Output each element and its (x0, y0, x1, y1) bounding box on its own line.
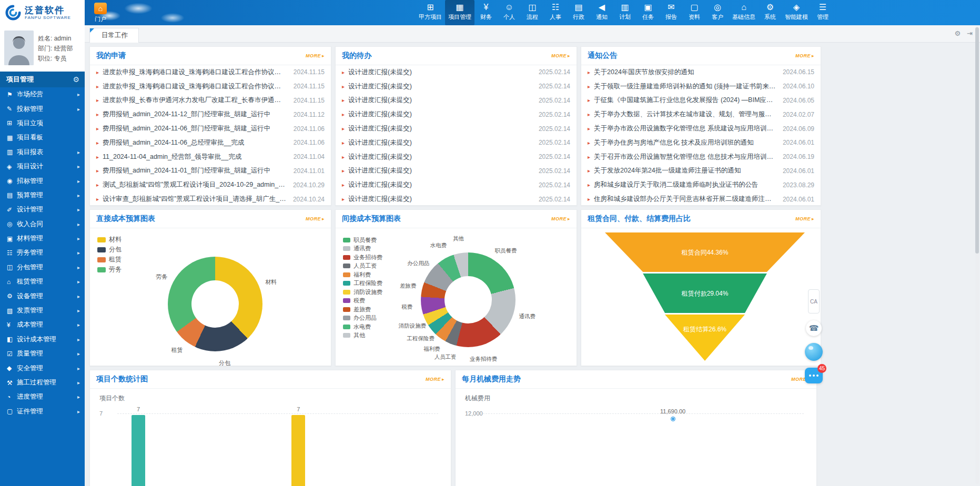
sidebar-item[interactable]: ⊞ 项目立项 ▸ (0, 116, 85, 130)
settings-icon[interactable]: ⚙ (954, 29, 961, 37)
service-button[interactable] (805, 343, 823, 361)
sidebar-item[interactable]: ◉ 招标管理 ▸ (0, 174, 85, 188)
legend-item[interactable]: 办公用品 (343, 314, 382, 323)
sidebar-item[interactable]: ◈ 项目设计 ▸ (0, 159, 85, 174)
bar[interactable] (132, 415, 145, 486)
list-item[interactable]: ▸ 费用报销_admin_2024-11-06_部门经理审批_胡建_运行中 20… (90, 122, 331, 136)
list-item[interactable]: ▸ 测试_彭祖新城“四馆”景观工程设计项目_2024-10-29_admin_结… (90, 178, 331, 192)
bar[interactable] (291, 415, 305, 486)
list-item[interactable]: ▸ 关于举办住房与房地产信息化 技术及应用培训班的通知 2024.06.01 (581, 136, 821, 150)
phone-service-button[interactable]: ☎ (806, 320, 822, 336)
legend-item[interactable]: 税费 (343, 297, 382, 306)
tab-daily-work[interactable]: 日常工作 (89, 28, 139, 43)
sidebar-item[interactable]: ⚒ 施工过程管理 ▸ (0, 376, 85, 390)
funnel-segment[interactable]: 租赁付款29.04% (605, 274, 805, 313)
top-nav-item[interactable]: ▦ 项目管理 (445, 0, 474, 25)
top-nav-item[interactable]: ⚙ 系统 (759, 0, 782, 25)
list-item[interactable]: ▸ 设计进度汇报(未提交) 2025.02.14 (336, 107, 577, 122)
list-item[interactable]: ▸ 关于召开市政公用设施智慧化管理信息 信息技术与应用培训班的通知 2024.0… (581, 150, 821, 164)
list-item[interactable]: ▸ 设计进度汇报(未提交) 2025.02.14 (336, 122, 577, 136)
bar-column[interactable]: 7 (288, 406, 309, 486)
gear-icon[interactable]: ⚙ (73, 75, 79, 84)
top-nav-item[interactable]: ☷ 人事 (544, 0, 567, 25)
sidebar-item[interactable]: ◎ 收入合同 ▸ (0, 217, 85, 231)
legend-item[interactable]: 人员工资 (343, 262, 382, 271)
legend-item[interactable]: 业务招待费 (343, 253, 382, 262)
list-item[interactable]: ▸ 设计进度汇报(未提交) 2025.02.14 (336, 150, 577, 164)
sidebar-item[interactable]: ▦ 项目看板 ▸ (0, 130, 85, 145)
top-nav-item[interactable]: ▥ 计划 (613, 0, 637, 25)
sidebar-item[interactable]: ◆ 安全管理 ▸ (0, 361, 85, 375)
top-nav-item[interactable]: ▢ 资料 (683, 0, 706, 25)
list-item[interactable]: ▸ 进度款申报_珠海鹤港口建设_珠海鹤港口建设工程合作协议书_admin_...… (90, 65, 331, 79)
more-link[interactable]: MORE▸ (306, 216, 325, 221)
list-item[interactable]: ▸ 设计审查_彭祖新城“四馆”景观工程设计项目_请选择_胡广生_2024-10-… (90, 192, 331, 205)
scrollbar-thumb[interactable] (975, 27, 979, 254)
sidebar-item[interactable]: ⚑ 市场经营 ▸ (0, 87, 85, 102)
list-item[interactable]: ▸ 设计进度汇报(未提交) 2025.02.14 (336, 178, 577, 192)
sidebar-item[interactable]: ◔ 进度管理 ▸ (0, 390, 85, 404)
sidebar-item[interactable]: ✐ 设计管理 ▸ (0, 202, 85, 217)
list-item[interactable]: ▸ 设计进度汇报(未提交) 2025.02.14 (336, 164, 577, 178)
sidebar-item[interactable]: ☑ 质量管理 ▸ (0, 347, 85, 361)
legend-item[interactable]: 差旅费 (343, 305, 382, 314)
more-link[interactable]: MORE▸ (306, 53, 325, 58)
sidebar-item[interactable]: ▢ 证件管理 ▸ (0, 404, 85, 419)
list-item[interactable]: ▸ 11_2024-11-04_admin_经营部_领导审批__完成 2024.… (90, 150, 331, 164)
list-item[interactable]: ▸ 关于领取一级注册建造师培训补贴的通知 (须持一建证书前来领取) 2024.0… (581, 79, 821, 94)
top-nav-item[interactable]: ◀ 通知 (590, 0, 613, 25)
more-link[interactable]: MORE▸ (795, 216, 814, 221)
list-item[interactable]: ▸ 费用报销_admin_2024-11-01_部门经理审批_胡建_运行中 20… (90, 164, 331, 178)
list-item[interactable]: ▸ 住房和城乡建设部办公厅关于同意吉林省开展二级建造师注册证书电子化试点... … (581, 192, 821, 205)
sidebar-item[interactable]: ▥ 项目报表 ▸ (0, 145, 85, 159)
list-item[interactable]: ▸ 费用报销_admin_2024-11-06_总经理审批__完成 2024.1… (90, 136, 331, 150)
list-item[interactable]: ▸ 于征集《中国建筑施工行业信息化发展报告 (2024) —BIM应用与发展》材… (581, 94, 821, 108)
more-link[interactable]: MORE▸ (551, 216, 570, 221)
brand-logo[interactable]: 泛普软件 FANPU SOFTWARE (0, 0, 85, 25)
list-item[interactable]: ▸ 设计进度汇报(未提交) 2025.02.14 (336, 94, 577, 108)
list-item[interactable]: ▸ 设计进度汇报(未提交) 2025.02.14 (336, 192, 577, 205)
top-nav-item[interactable]: ◎ 客户 (706, 0, 729, 25)
chat-button[interactable]: 45 (805, 368, 823, 383)
legend-item[interactable]: 工程保险费 (343, 279, 382, 288)
legend-item[interactable]: 租赁 (97, 255, 122, 265)
list-item[interactable]: ▸ 关于2024年国庆节放假安排的通知 2024.06.15 (581, 65, 821, 79)
data-point[interactable] (671, 417, 675, 421)
legend-item[interactable]: 职员餐费 (343, 236, 382, 245)
legend-item[interactable]: 通讯费 (343, 245, 382, 254)
list-item[interactable]: ▸ 设计进度汇报(未提交) 2025.02.14 (336, 79, 577, 94)
funnel-segment[interactable]: 租赁合同44.36% (605, 232, 805, 272)
sidebar-item[interactable]: ⚙ 设备管理 ▸ (0, 289, 85, 303)
list-item[interactable]: ▸ 关于举办市政公用设施数字化管理信息 系统建设与应用培训班的通知 2024.0… (581, 122, 821, 136)
top-nav-item[interactable]: ☰ 管理 (811, 0, 834, 25)
sidebar-item[interactable]: ▤ 预算管理 ▸ (0, 188, 85, 202)
more-link[interactable]: MORE▸ (426, 377, 444, 382)
nav-portal[interactable]: ⌂ 门户 (87, 1, 114, 25)
legend-item[interactable]: 材料 (97, 235, 122, 245)
legend-item[interactable]: 其他 (343, 331, 382, 340)
top-nav-item[interactable]: ¥ 财务 (474, 0, 498, 25)
legend-item[interactable]: 劳务 (97, 265, 122, 275)
legend-item[interactable]: 水电费 (343, 322, 382, 331)
more-link[interactable]: MORE▸ (551, 53, 570, 58)
sidebar-item[interactable]: ◧ 设计成本管理 ▸ (0, 332, 85, 347)
vertical-scrollbar[interactable] (975, 26, 979, 484)
top-nav-item[interactable]: ▣ 任务 (637, 0, 660, 25)
sidebar-item[interactable]: ¥ 成本管理 ▸ (0, 318, 85, 332)
top-nav-item[interactable]: ☺ 个人 (498, 0, 521, 25)
list-item[interactable]: ▸ 关于发放2024年第24批一级建造师注册证书的通知 2024.06.01 (581, 164, 821, 178)
sidebar-item[interactable]: ⌂ 租赁管理 ▸ (0, 275, 85, 289)
sidebar-item[interactable]: ✎ 投标管理 ▸ (0, 102, 85, 116)
top-nav-item[interactable]: ✉ 报告 (660, 0, 683, 25)
legend-item[interactable]: 福利费 (343, 270, 382, 279)
top-nav-item[interactable]: ◈ 智能建模 (782, 0, 811, 25)
side-tab-ca[interactable]: CA (808, 289, 820, 313)
sidebar-item[interactable]: ▧ 发票管理 ▸ (0, 303, 85, 318)
list-item[interactable]: ▸ 费用报销_admin_2024-11-12_部门经理审批_胡建_运行中 20… (90, 107, 331, 122)
sidebar-item[interactable]: ▣ 材料管理 ▸ (0, 231, 85, 246)
legend-item[interactable]: 分包 (97, 245, 122, 255)
bar-column[interactable]: 7 (128, 406, 149, 486)
legend-item[interactable]: 消防设施费 (343, 288, 382, 297)
list-item[interactable]: ▸ 进度款申报_珠海鹤港口建设_珠海鹤港口建设工程合作协议书_admin_...… (90, 79, 331, 94)
top-nav-item[interactable]: ⊞ 甲方项目 (416, 0, 445, 25)
